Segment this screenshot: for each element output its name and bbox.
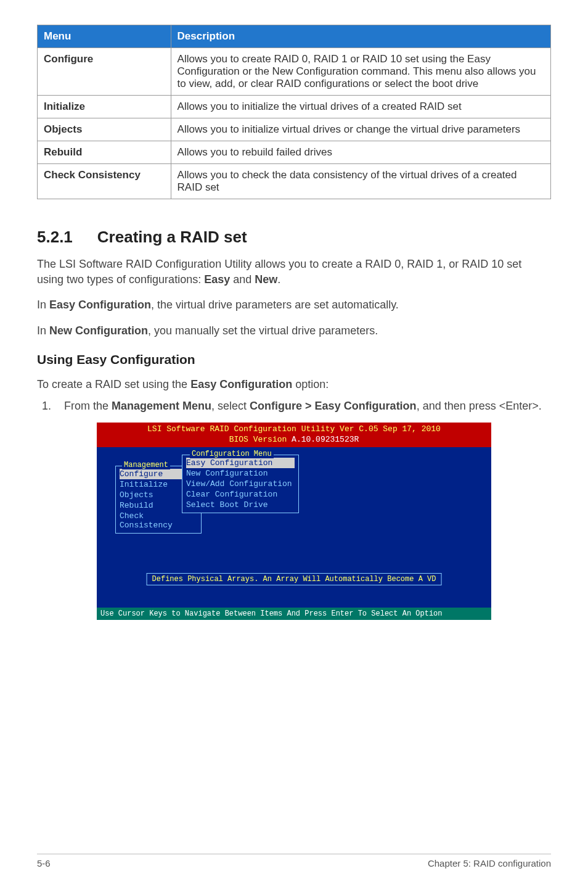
bios-configuration-menu: Configuration Menu Easy Configuration Ne… (182, 455, 299, 513)
bold-text: New Configuration (49, 324, 148, 337)
bios-title-line2-label: BIOS Version (229, 435, 292, 444)
body-paragraph: In Easy Configuration, the virtual drive… (37, 297, 551, 313)
table-cell-menu: Rebuild (38, 141, 171, 164)
text: and (230, 273, 255, 286)
body-paragraph: The LSI Software RAID Configuration Util… (37, 257, 551, 287)
bios-title-line1: LSI Software RAID Configuration Utility … (147, 424, 441, 434)
bios-menu-item-clear-configuration[interactable]: Clear Configuration (186, 489, 295, 500)
bold-text: Management Menu (112, 400, 211, 412)
table-row: Objects Allows you to initialize virtual… (38, 118, 551, 141)
bios-body: Management Configure Initialize Objects … (97, 447, 491, 608)
bios-header: LSI Software RAID Configuration Utility … (97, 423, 491, 447)
text: option: (292, 378, 329, 390)
table-row: Configure Allows you to create RAID 0, R… (38, 48, 551, 96)
table-cell-desc: Allows you to check the data consistency… (171, 164, 550, 199)
bold-text: Easy (204, 273, 230, 286)
bios-title-line2-value: A.10.09231523R (292, 435, 359, 444)
table-cell-menu: Initialize (38, 96, 171, 118)
bold-text: Easy Configuration (49, 299, 151, 311)
table-cell-menu: Configure (38, 48, 171, 96)
page-footer: 5-6 Chapter 5: RAID configuration (37, 854, 551, 868)
bios-menu-item-select-boot-drive[interactable]: Select Boot Drive (186, 500, 295, 510)
subsection-heading: Using Easy Configuration (37, 352, 551, 367)
bios-menu-item-easy-configuration[interactable]: Easy Configuration (186, 458, 295, 468)
bold-text: Configure > Easy Configuration (250, 400, 417, 412)
table-cell-menu: Check Consistency (38, 164, 171, 199)
table-row: Initialize Allows you to initialize the … (38, 96, 551, 118)
bios-menu-item-new-configuration[interactable]: New Configuration (186, 468, 295, 479)
text: In (37, 324, 49, 337)
text: In (37, 299, 49, 311)
bios-management-legend: Management (122, 461, 170, 469)
bios-configuration-legend: Configuration Menu (190, 450, 274, 458)
bios-screenshot: LSI Software RAID Configuration Utility … (97, 423, 491, 620)
step-item: From the Management Menu, select Configu… (54, 398, 551, 414)
table-cell-menu: Objects (38, 118, 171, 141)
bios-footer-hint: Use Cursor Keys to Navigate Between Item… (97, 608, 491, 620)
text: To create a RAID set using the (37, 378, 190, 390)
text: , and then press <Enter>. (417, 400, 542, 412)
section-number: 5.2.1 (37, 228, 73, 247)
table-header-menu: Menu (38, 25, 171, 48)
bios-menu-item-view-add-configuration[interactable]: View/Add Configuration (186, 479, 295, 489)
bold-text: New (255, 273, 277, 286)
steps-list: From the Management Menu, select Configu… (37, 398, 551, 414)
table-cell-desc: Allows you to initialize virtual drives … (171, 118, 550, 141)
bold-text: Easy Configuration (190, 378, 292, 390)
table-cell-desc: Allows you to create RAID 0, RAID 1 or R… (171, 48, 550, 96)
body-paragraph: To create a RAID set using the Easy Conf… (37, 377, 551, 392)
text: . (277, 273, 280, 286)
body-paragraph: In New Configuration, you manually set t… (37, 323, 551, 339)
chapter-label: Chapter 5: RAID configuration (428, 858, 551, 868)
text: , you manually set the virtual drive par… (148, 324, 378, 337)
text: From the (64, 400, 112, 412)
page-number: 5-6 (37, 858, 51, 868)
bios-status-message: Defines Physical Arrays. An Array Will A… (147, 573, 442, 585)
section-heading: 5.2.1Creating a RAID set (37, 228, 551, 247)
bios-menu-item-check-consistency[interactable]: Check Consistency (120, 511, 197, 530)
table-cell-desc: Allows you to rebuild failed drives (171, 141, 550, 164)
table-cell-desc: Allows you to initialize the virtual dri… (171, 96, 550, 118)
text: , select (211, 400, 250, 412)
menu-description-table: Menu Description Configure Allows you to… (37, 25, 551, 199)
section-title: Creating a RAID set (97, 228, 247, 246)
table-header-description: Description (171, 25, 550, 48)
table-row: Check Consistency Allows you to check th… (38, 164, 551, 199)
table-row: Rebuild Allows you to rebuild failed dri… (38, 141, 551, 164)
text: , the virtual drive parameters are set a… (151, 299, 399, 311)
